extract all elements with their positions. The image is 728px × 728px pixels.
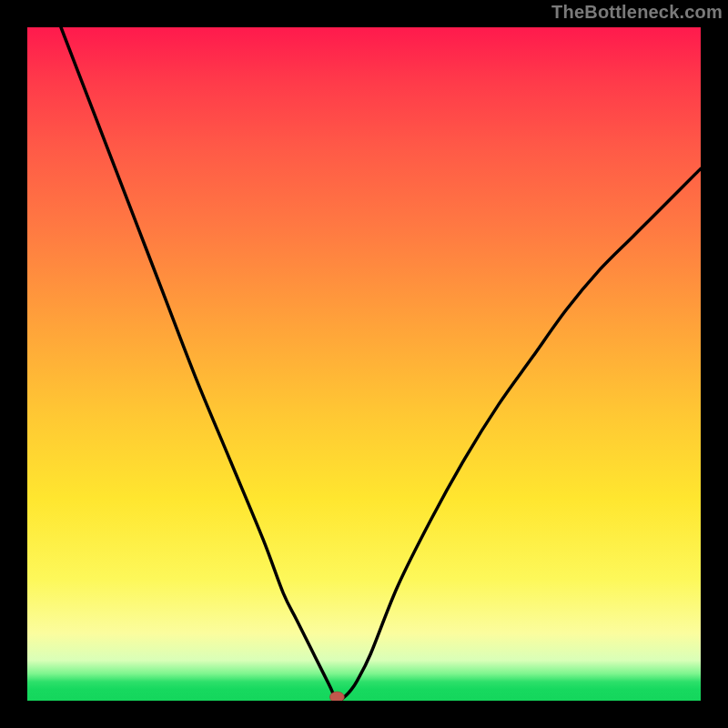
chart-frame: TheBottleneck.com: [0, 0, 728, 728]
optimum-marker: [329, 692, 344, 701]
plot-area: [27, 27, 701, 701]
watermark-text: TheBottleneck.com: [551, 2, 723, 23]
curve-path: [61, 27, 701, 701]
bottleneck-curve: [27, 27, 701, 701]
